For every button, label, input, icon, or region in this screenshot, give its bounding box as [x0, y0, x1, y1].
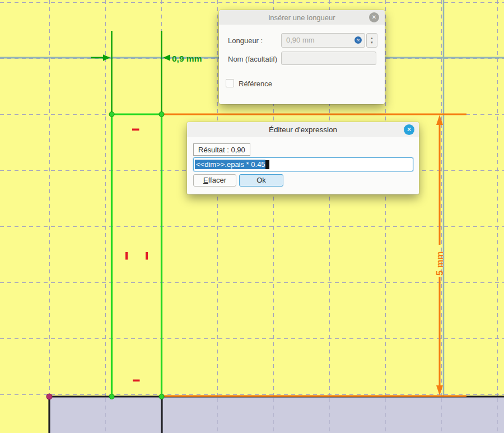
spin-up-icon[interactable]: ▲ — [370, 36, 374, 40]
expression-icon[interactable]: fx — [354, 36, 362, 44]
vertex-bottom-right[interactable] — [159, 394, 164, 399]
length-input[interactable]: 0,90 mm fx — [281, 33, 365, 48]
sketcher-viewport: 5 mm 0,9 mm insérer une longueur ✕ Longu… — [0, 0, 504, 433]
reference-label: Référence — [239, 80, 272, 88]
expression-input[interactable]: <<dim>>.epais * 0.45 — [193, 157, 413, 171]
length-value: 0,90 mm — [286, 36, 315, 44]
text-caret — [265, 160, 269, 169]
vertex-bottom-left[interactable] — [109, 394, 114, 399]
expression-editor-dialog: Éditeur d'expression ✕ Résultat : 0,90 <… — [187, 122, 419, 194]
vertical-constraint-icon-right[interactable] — [146, 252, 148, 260]
clear-button[interactable]: Effacer — [193, 174, 236, 187]
expression-selected-text: <<dim>>.epais * 0.45 — [195, 160, 265, 169]
expression-editor-title: Éditeur d'expression — [187, 122, 419, 137]
horizontal-constraint-icon-bottom[interactable] — [133, 380, 140, 382]
vertex-top-right[interactable] — [159, 112, 164, 117]
spin-down-icon[interactable]: ▼ — [370, 40, 374, 45]
name-label: Nom (facultatif) — [228, 55, 277, 63]
vertical-constraint-icon-left[interactable] — [125, 252, 128, 260]
dim-09mm-label[interactable]: 0,9 mm — [172, 54, 202, 63]
name-input[interactable] — [281, 52, 376, 65]
close-icon[interactable]: ✕ — [404, 124, 414, 135]
ok-button[interactable]: Ok — [239, 174, 283, 187]
vertex-top-left[interactable] — [109, 112, 114, 117]
result-box: Résultat : 0,90 — [193, 143, 250, 156]
origin-point[interactable] — [46, 394, 52, 399]
close-icon[interactable]: ✕ — [369, 12, 379, 22]
clear-button-rest: ffacer — [208, 176, 226, 184]
length-label: Longueur : — [228, 36, 263, 45]
solid-face[interactable] — [49, 397, 504, 433]
clear-button-accel: E — [203, 176, 208, 184]
length-spinner[interactable]: ▲ ▼ — [366, 33, 377, 48]
horizontal-constraint-icon-top[interactable] — [132, 129, 139, 131]
insert-length-dialog: insérer une longueur ✕ Longueur : 0,90 m… — [219, 10, 385, 104]
reference-checkbox[interactable] — [226, 79, 234, 87]
dim-5mm-label[interactable]: 5 mm — [435, 252, 445, 276]
insert-length-dialog-title: insérer une longueur — [219, 10, 385, 25]
